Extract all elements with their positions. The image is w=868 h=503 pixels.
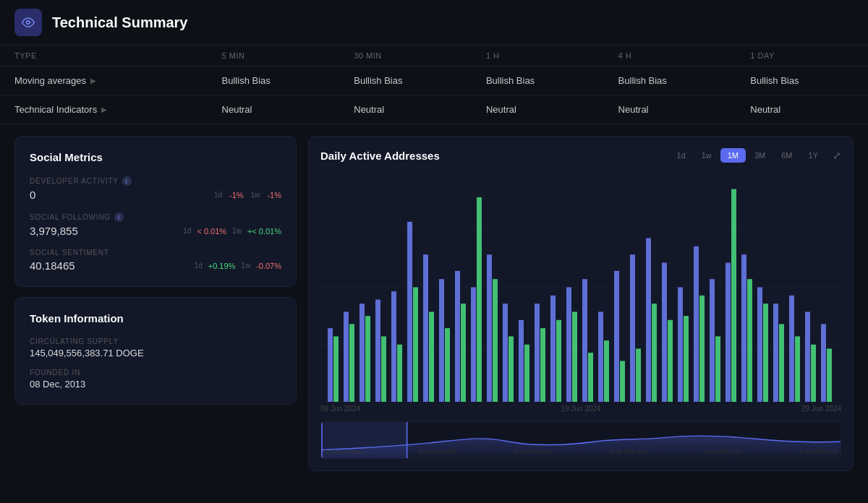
time-btn-1d[interactable]: 1d	[669, 148, 692, 163]
technical-summary-table: TYPE 5 MIN 30 MIN 1 H 4 H 1 DAY Moving a…	[0, 45, 868, 124]
svg-rect-41	[604, 340, 609, 402]
col-1day: 1 DAY	[736, 46, 868, 66]
svg-rect-57	[731, 189, 736, 402]
social-sentiment-label: SOCIAL SENTIMENT	[30, 249, 281, 257]
founded-in-label: FOUNDED IN	[30, 369, 281, 377]
expand-icon[interactable]: ⤢	[833, 150, 841, 161]
svg-rect-42	[614, 271, 619, 402]
time-btn-1y[interactable]: 1Y	[801, 148, 825, 163]
developer-activity-row: DEVELOPER ACTIVITY i 0 1d -1% 1w -1%	[30, 176, 281, 201]
date-labels: 09 Jun 2024 19 Jun 2024 29 Jun 2024	[320, 402, 841, 416]
svg-rect-31	[524, 345, 529, 402]
time-btn-1w[interactable]: 1w	[694, 148, 719, 163]
col-5min: 5 MIN	[208, 46, 340, 66]
svg-rect-11	[365, 316, 370, 402]
svg-rect-17	[413, 288, 418, 403]
main-content: Social Metrics DEVELOPER ACTIVITY i 0 1d…	[0, 124, 868, 483]
svg-rect-30	[519, 320, 524, 402]
svg-rect-36	[566, 288, 571, 403]
moving-avg-1h: Bullish Bias	[472, 66, 604, 95]
svg-rect-29	[509, 336, 514, 402]
svg-rect-19	[429, 311, 434, 402]
svg-rect-58	[741, 254, 746, 402]
chart-header: Daily Active Addresses 1d 1w 1M 3M 6M 1Y…	[320, 148, 841, 163]
chevron-right-icon: ▶	[101, 106, 107, 113]
svg-rect-13	[381, 336, 386, 402]
col-4h: 4 H	[604, 46, 736, 66]
founded-in-field: FOUNDED IN 08 Dec, 2013	[30, 369, 281, 390]
svg-rect-26	[487, 254, 492, 402]
svg-rect-34	[550, 296, 556, 402]
moving-avg-1day: Bullish Bias	[736, 66, 868, 95]
svg-rect-63	[779, 324, 784, 402]
social-following-label: SOCIAL FOLLOWING i	[30, 212, 281, 222]
svg-rect-43	[620, 361, 625, 402]
svg-rect-10	[359, 304, 365, 402]
table-row: Technical Indicators ▶ Neutral Neutral N…	[0, 95, 868, 124]
mini-label-1: 0:00,000,005	[419, 448, 457, 455]
social-sentiment-changes: 1d +0.19% 1w -0.07%	[195, 262, 281, 270]
social-metrics-card: Social Metrics DEVELOPER ACTIVITY i 0 1d…	[14, 136, 297, 287]
developer-activity-label: DEVELOPER ACTIVITY i	[30, 176, 281, 186]
daily-active-addresses-panel: Daily Active Addresses 1d 1w 1M 3M 6M 1Y…	[308, 136, 854, 471]
date-label-3: 29 Jun 2024	[801, 405, 841, 413]
col-30min: 30 MIN	[339, 46, 472, 66]
svg-rect-33	[540, 328, 545, 402]
moving-avg-4h: Bullish Bias	[604, 66, 736, 95]
token-info-title: Token Information	[30, 312, 281, 324]
technical-indicators-label[interactable]: Technical Indicators ▶	[0, 95, 208, 124]
svg-rect-54	[710, 279, 715, 402]
svg-rect-59	[747, 279, 752, 402]
mini-label-2: 0:00,000,010	[514, 448, 553, 455]
chart-title: Daily Active Addresses	[320, 150, 440, 162]
svg-rect-6	[328, 328, 333, 402]
col-1h: 1 H	[472, 46, 604, 66]
bar-chart-svg	[320, 173, 841, 402]
svg-rect-37	[572, 311, 577, 402]
svg-rect-47	[652, 304, 657, 402]
svg-rect-25	[477, 197, 482, 402]
svg-rect-27	[493, 279, 498, 402]
svg-rect-44	[630, 254, 635, 402]
svg-rect-24	[471, 288, 476, 403]
svg-rect-40	[598, 311, 603, 402]
bar-chart-area	[320, 173, 841, 402]
moving-averages-label[interactable]: Moving averages ▶	[0, 66, 208, 95]
tech-ind-30min: Neutral	[339, 95, 472, 124]
svg-rect-20	[439, 279, 444, 402]
svg-rect-55	[715, 336, 720, 402]
svg-rect-65	[795, 336, 800, 402]
svg-rect-67	[811, 345, 816, 402]
founded-in-value: 08 Dec, 2013	[30, 379, 281, 390]
social-sentiment-row: SOCIAL SENTIMENT 40.18465 1d +0.19% 1w -…	[30, 249, 281, 272]
table-row: Moving averages ▶ Bullish Bias Bullish B…	[0, 66, 868, 95]
svg-rect-22	[455, 271, 460, 402]
tech-ind-5min: Neutral	[208, 95, 340, 124]
svg-rect-21	[445, 328, 450, 402]
social-following-row: SOCIAL FOLLOWING i 3,979,855 1d < 0.01% …	[30, 212, 281, 237]
date-label-1: 09 Jun 2024	[320, 405, 360, 413]
chart-controls: 1d 1w 1M 3M 6M 1Y ⤢	[669, 148, 841, 163]
svg-rect-49	[668, 320, 673, 402]
info-icon[interactable]: i	[114, 212, 124, 222]
svg-rect-53	[699, 296, 705, 402]
date-label-2: 19 Jun 2024	[561, 405, 600, 413]
mini-label-4: 0:00,000,020	[705, 448, 743, 455]
svg-rect-51	[684, 316, 689, 402]
svg-rect-60	[757, 288, 762, 403]
moving-avg-30min: Bullish Bias	[339, 66, 472, 95]
svg-point-0	[27, 21, 30, 25]
time-btn-1m[interactable]: 1M	[720, 148, 746, 163]
svg-rect-38	[582, 279, 587, 402]
social-following-value: 3,979,855	[30, 225, 78, 237]
circulating-supply-label: CIRCULATING SUPPLY	[30, 338, 281, 345]
tech-ind-1day: Neutral	[736, 95, 868, 124]
info-icon[interactable]: i	[122, 176, 132, 186]
time-btn-6m[interactable]: 6M	[774, 148, 799, 163]
svg-rect-9	[349, 324, 354, 402]
svg-rect-39	[588, 353, 593, 402]
circulating-supply-value: 145,049,556,383.71 DOGE	[30, 348, 281, 358]
time-btn-3m[interactable]: 3M	[747, 148, 773, 163]
left-panel: Social Metrics DEVELOPER ACTIVITY i 0 1d…	[14, 136, 297, 471]
developer-activity-value: 0	[30, 189, 35, 201]
